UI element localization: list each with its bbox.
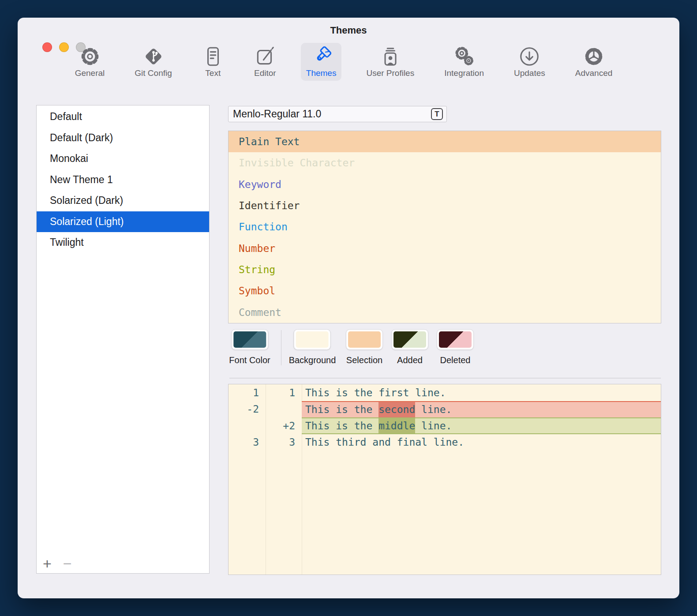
tab-editor[interactable]: Editor: [249, 43, 281, 81]
tab-label: Text: [205, 68, 221, 78]
font-name-value: Menlo-Regular 11.0: [233, 108, 431, 120]
theme-item-default-dark[interactable]: Default (Dark): [37, 128, 209, 149]
wheel-gear-icon: [583, 45, 605, 68]
swatch-well: [391, 329, 428, 350]
tab-user-profiles[interactable]: User Profiles: [361, 43, 420, 81]
tab-integration[interactable]: Integration: [439, 43, 489, 81]
section-separator: [229, 378, 661, 379]
font-color-swatch: [233, 331, 266, 348]
tab-label: Advanced: [575, 68, 613, 78]
git-branch-diamond-icon: [142, 45, 165, 68]
token-label: Number: [239, 243, 275, 254]
token-label: Invisible Character: [239, 157, 355, 169]
tab-label: Updates: [514, 68, 545, 78]
token-label: Comment: [239, 307, 281, 318]
swatch-label: Added: [397, 355, 423, 365]
preferences-toolbar: General Git Config: [13, 43, 675, 81]
tab-general[interactable]: General: [70, 43, 110, 81]
token-row-identifier[interactable]: Identifier: [229, 195, 661, 216]
paintbrush-icon: [310, 45, 332, 68]
font-picker-button[interactable]: T: [431, 108, 443, 120]
selection-swatch: [348, 331, 381, 348]
old-line-number: 3: [229, 434, 266, 451]
swatch-font-color[interactable]: Font Color: [229, 329, 270, 365]
tab-label: Git Config: [135, 68, 172, 78]
diff-row-deleted: -2 This is the second line.: [229, 401, 661, 418]
pencil-square-icon: [254, 45, 276, 68]
new-line-number: [266, 401, 302, 418]
deleted-swatch: [439, 331, 472, 348]
diff-preview: 1 1 This is the first line. -2 This is t…: [228, 384, 661, 575]
added-swatch: [393, 331, 426, 348]
swatch-section-divider: [281, 330, 281, 365]
swatch-well: [346, 329, 383, 350]
old-line-number: -2: [229, 401, 266, 418]
tab-label: Themes: [306, 68, 337, 78]
theme-item-default[interactable]: Default: [37, 106, 209, 128]
theme-list-actions: + −: [43, 555, 72, 572]
diff-line-text: This is the first line.: [302, 384, 661, 401]
remove-theme-button[interactable]: −: [63, 555, 72, 572]
swatch-deleted[interactable]: Deleted: [437, 329, 474, 365]
token-label: Plain Text: [239, 136, 300, 147]
double-gear-icon: [453, 45, 475, 68]
tab-text[interactable]: Text: [197, 43, 229, 81]
token-row-keyword[interactable]: Keyword: [229, 174, 661, 195]
token-label: Function: [239, 221, 288, 233]
add-theme-button[interactable]: +: [43, 555, 52, 572]
token-label: Keyword: [239, 179, 281, 190]
swatch-well: [437, 329, 474, 350]
swatch-added[interactable]: Added: [391, 329, 428, 365]
download-circle-icon: [518, 45, 540, 68]
id-card-icon: [379, 45, 401, 68]
swatch-selection[interactable]: Selection: [346, 329, 383, 365]
tab-label: User Profiles: [366, 68, 414, 78]
diff-row-context: 1 1 This is the first line.: [229, 384, 661, 401]
desktop: { "window": { "title": "Themes" }, "tool…: [0, 0, 697, 616]
diff-line-text: This is the middle line.: [302, 417, 661, 434]
theme-item-solarized-light[interactable]: Solarized (Light): [37, 211, 209, 233]
token-row-symbol[interactable]: Symbol: [229, 280, 661, 301]
token-label: Identifier: [239, 200, 300, 211]
tab-git-config[interactable]: Git Config: [129, 43, 177, 81]
token-row-invisible-character[interactable]: Invisible Character: [229, 152, 661, 173]
token-row-plain-text[interactable]: Plain Text: [229, 131, 661, 152]
token-row-comment[interactable]: Comment: [229, 302, 661, 323]
tab-themes[interactable]: Themes: [301, 43, 342, 81]
window-title: Themes: [18, 24, 679, 37]
tab-advanced[interactable]: Advanced: [570, 43, 618, 81]
new-line-number: 3: [266, 434, 302, 451]
theme-item-new-theme-1[interactable]: New Theme 1: [37, 169, 209, 191]
swatch-well: [231, 329, 268, 350]
token-row-string[interactable]: String: [229, 259, 661, 280]
swatch-label: Font Color: [229, 355, 270, 365]
swatch-label: Selection: [346, 355, 382, 365]
token-label: String: [239, 264, 275, 275]
diff-line-text: This third and final line.: [302, 434, 661, 451]
syntax-preview: Plain Text Invisible Character Keyword I…: [228, 131, 661, 323]
new-line-number: +2: [266, 417, 302, 434]
tab-label: General: [75, 68, 105, 78]
gear-icon: [79, 45, 101, 68]
swatch-label: Background: [289, 355, 336, 365]
theme-list: Default Default (Dark) Monokai New Theme…: [36, 105, 210, 574]
tab-updates[interactable]: Updates: [509, 43, 551, 81]
swatch-well: [294, 329, 331, 350]
document-lines-icon: [202, 45, 224, 68]
tab-label: Integration: [444, 68, 484, 78]
background-swatch: [296, 331, 329, 348]
theme-item-twilight[interactable]: Twilight: [37, 232, 209, 253]
old-line-number: [229, 417, 266, 434]
diff-line-text: This is the second line.: [302, 401, 661, 418]
swatch-background[interactable]: Background: [289, 329, 336, 365]
diff-row-context: 3 3 This third and final line.: [229, 434, 661, 451]
theme-item-solarized-dark[interactable]: Solarized (Dark): [37, 190, 209, 211]
new-line-number: 1: [266, 384, 302, 401]
token-row-number[interactable]: Number: [229, 238, 661, 259]
token-label: Symbol: [239, 285, 275, 297]
font-field[interactable]: Menlo-Regular 11.0 T: [228, 106, 447, 122]
token-row-function[interactable]: Function: [229, 216, 661, 237]
old-line-number: 1: [229, 384, 266, 401]
diff-row-added: +2 This is the middle line.: [229, 417, 661, 434]
theme-item-monokai[interactable]: Monokai: [37, 148, 209, 169]
